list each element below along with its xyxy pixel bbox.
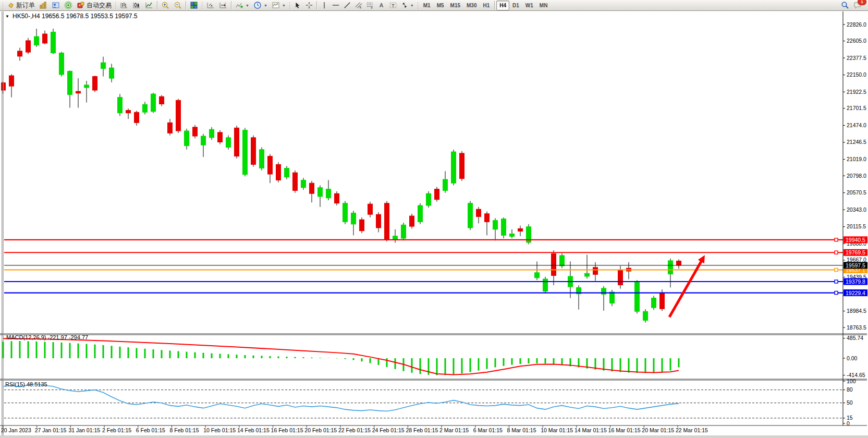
line-handle — [835, 280, 838, 283]
candle-body — [660, 293, 665, 309]
candle-body — [426, 193, 431, 205]
toolbar-drag-handle[interactable] — [115, 2, 117, 9]
timeframe-button-mn[interactable]: MN — [536, 1, 551, 10]
indicators-button[interactable]: ▼ — [233, 0, 251, 10]
candle-body — [185, 131, 189, 146]
svg-text:T: T — [392, 3, 395, 8]
terminal-window: 新订单 — [0, 0, 868, 438]
candle-body — [368, 204, 373, 214]
trendline-button[interactable] — [341, 0, 353, 10]
candle-body — [201, 136, 206, 145]
timeframe-button-w1[interactable]: W1 — [522, 1, 536, 10]
svg-text:18984.5: 18984.5 — [847, 308, 866, 314]
timeframe-button-m30[interactable]: M30 — [463, 1, 480, 10]
chart-shift-button[interactable] — [217, 0, 229, 10]
svg-text:16 Feb 01:15: 16 Feb 01:15 — [271, 427, 303, 433]
text-icon: A — [378, 2, 385, 9]
cursor-button[interactable] — [292, 0, 303, 10]
trendline-icon — [344, 2, 351, 9]
timeframe-button-d1[interactable]: D1 — [509, 1, 522, 10]
svg-text:20343.0: 20343.0 — [847, 206, 866, 213]
candle-body — [176, 100, 181, 131]
svg-text:20115.5: 20115.5 — [847, 223, 866, 229]
svg-text:6 Mar 01:15: 6 Mar 01:15 — [473, 427, 503, 433]
fibonacci-button[interactable]: F — [364, 0, 376, 10]
svg-text:21019.0: 21019.0 — [847, 156, 866, 162]
candle-body — [210, 129, 214, 138]
svg-text:A: A — [380, 2, 383, 8]
line-handle — [835, 251, 838, 254]
text-button[interactable]: A — [376, 0, 387, 10]
new-order-button[interactable]: 新订单 — [5, 0, 37, 10]
toolbar-separator — [231, 1, 231, 9]
timeframe-button-m5[interactable]: M5 — [434, 1, 447, 10]
candle-body — [43, 34, 47, 43]
candle-body — [151, 94, 156, 112]
vertical-line-button[interactable] — [319, 0, 330, 10]
bar-chart-icon — [120, 1, 128, 9]
periods-dropdown-caret: ▼ — [264, 4, 267, 7]
candle-body — [485, 214, 490, 222]
horizontal-line-button[interactable] — [330, 0, 341, 10]
text-label-button[interactable]: T — [387, 0, 399, 10]
equidistant-channel-button[interactable]: E — [353, 0, 364, 10]
zoom-in-button[interactable] — [159, 0, 172, 10]
candle-body — [285, 168, 289, 177]
svg-text:20798.0: 20798.0 — [847, 173, 866, 179]
candle-body — [351, 213, 356, 224]
toolbar-separator — [316, 1, 317, 9]
bar-chart-button[interactable] — [118, 0, 130, 10]
indicators-icon — [235, 1, 243, 9]
templates-button[interactable]: ▼ — [270, 0, 288, 10]
timeframe-button-m15[interactable]: M15 — [447, 1, 463, 10]
svg-text:14 Feb 01:15: 14 Feb 01:15 — [237, 427, 270, 433]
candle-body — [451, 152, 456, 183]
market-watch-button[interactable] — [37, 0, 50, 10]
timeframe-button-h4[interactable]: H4 — [496, 1, 509, 10]
candlestick-chart-button[interactable] — [130, 0, 143, 10]
chart-canvas[interactable]: 22826.022605.022377.522150.021922.521701… — [0, 0, 868, 438]
tile-windows-button[interactable] — [188, 0, 200, 10]
crosshair-button[interactable] — [303, 0, 315, 10]
notification-badge: 1 — [858, 0, 866, 5]
timeframe-button-m1[interactable]: M1 — [420, 1, 434, 10]
chart-title: ▼HK50-,H4 19656.5 19678.5 19553.5 19597.… — [5, 13, 138, 20]
toolbar-separator — [186, 1, 186, 9]
navigator-button[interactable] — [62, 0, 75, 10]
svg-text:19940.5: 19940.5 — [846, 237, 865, 243]
candle-body — [109, 68, 114, 78]
new-order-label: 新订单 — [16, 1, 35, 10]
svg-text:18763.5: 18763.5 — [847, 324, 866, 331]
toolbar-drag-handle[interactable] — [417, 2, 419, 9]
market-watch-icon — [39, 1, 47, 9]
svg-text:2 Feb 01:15: 2 Feb 01:15 — [102, 427, 131, 433]
svg-text:10 Mar 01:15: 10 Mar 01:15 — [541, 427, 573, 433]
auto-scroll-button[interactable] — [204, 0, 217, 10]
new-order-icon — [7, 2, 15, 9]
svg-text:100: 100 — [847, 378, 856, 384]
candle-body — [468, 203, 473, 228]
zoom-out-button[interactable] — [172, 0, 184, 10]
timeframe-group: M1M5M15M30H1H4D1W1MN — [420, 1, 551, 10]
candle-body — [343, 203, 348, 222]
auto-trading-button[interactable]: 自动交易 — [75, 0, 114, 10]
candle-body — [293, 173, 298, 190]
search-button[interactable] — [839, 0, 851, 10]
svg-text:21922.5: 21922.5 — [847, 89, 866, 95]
candle-body — [301, 180, 306, 187]
timeframe-button-h1[interactable]: H1 — [480, 1, 493, 10]
arrows-button[interactable]: ▼ — [399, 0, 416, 10]
svg-text:19379.8: 19379.8 — [846, 278, 865, 285]
periods-button[interactable]: ▼ — [251, 0, 270, 10]
toolbar-drag-handle[interactable] — [201, 2, 203, 9]
chart-shift-icon — [219, 1, 227, 9]
line-chart-button[interactable] — [143, 0, 155, 10]
toolbar-drag-handle[interactable] — [2, 2, 4, 9]
time-axis: 20 Jan 202327 Jan 01:1531 Jan 01:152 Feb… — [1, 425, 708, 433]
candle-body — [193, 127, 198, 136]
macd-label: MACD(12,26,9) -221.97 -294.77 — [6, 334, 88, 340]
data-window-button[interactable] — [50, 0, 62, 10]
notifications-button[interactable]: 1 — [851, 0, 864, 10]
candle-body — [168, 123, 173, 133]
toolbar-drag-handle[interactable] — [289, 2, 291, 9]
